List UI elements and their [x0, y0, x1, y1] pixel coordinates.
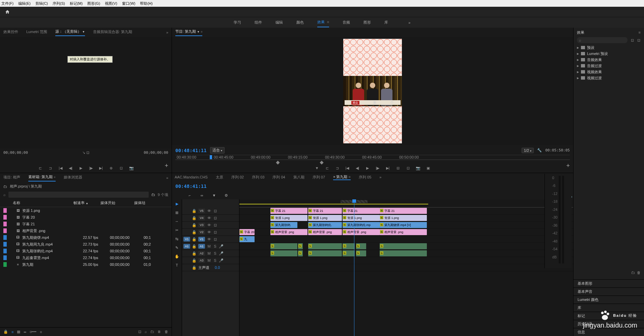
wrench-icon[interactable]: 🔧 [537, 148, 542, 152]
collapsed-panel[interactable]: 标记 [574, 312, 644, 320]
sync-lock-icon[interactable]: ⊡ [213, 209, 217, 213]
home-icon[interactable] [5, 9, 10, 14]
toggle-output-icon[interactable]: 👁 [207, 216, 211, 220]
compare-view-icon[interactable]: ▣ [426, 165, 431, 171]
add-marker-icon[interactable]: ▼ [314, 165, 320, 171]
timeline-clip[interactable] [380, 250, 427, 256]
fx-badge-icon[interactable]: ⊡ [637, 38, 640, 43]
marker-icon[interactable] [276, 161, 280, 164]
tab-project[interactable]: 项目: 相声 [3, 175, 20, 181]
sequence-tab[interactable]: 序列 04 [272, 175, 285, 180]
track-lane[interactable]: 字幕 21字幕 21字幕 21字幕 21 [239, 207, 573, 215]
tab-audio-clip-mixer[interactable]: 音频剪辑混合器: 第九期 [93, 29, 132, 36]
seq-tabs-more[interactable]: » [379, 175, 381, 179]
sync-lock-icon[interactable]: ⊡ [213, 216, 217, 220]
effects-folder[interactable]: ▶视频效果 [577, 69, 641, 75]
menu-view[interactable]: 视图(V) [105, 1, 117, 6]
sequence-tab[interactable]: × 第九期 ≡ [333, 174, 351, 180]
timeline-clip[interactable]: 资源 1.png [380, 215, 427, 221]
timeline-clip[interactable] [356, 243, 366, 249]
marker-icon[interactable]: ▼ [211, 192, 217, 198]
chevron-down-icon[interactable]: ▼ [82, 30, 85, 33]
ws-tab-effects[interactable]: 效果 ≡ [317, 18, 329, 27]
master-track-header[interactable]: 🔒主声道0.0 [182, 264, 239, 271]
track-select-tool-icon[interactable]: ⊞ [174, 209, 180, 216]
project-item[interactable]: 🎞 第九期周九良.mp4 22.73 fps 00;00;00;00 00;2 [0, 241, 172, 248]
sequence-tab[interactable]: 序列 07 [313, 175, 325, 180]
source-patch[interactable] [183, 216, 190, 220]
toggle-output-icon[interactable]: M [207, 251, 211, 255]
audio-meters[interactable]: 0-6-12-18-24-30-36-42-48-54dB [545, 174, 572, 268]
ripple-edit-tool-icon[interactable]: ↔ [174, 218, 180, 224]
ws-tab-graphics[interactable]: 图形 [363, 18, 371, 27]
filter-icon[interactable]: 🗀 [151, 193, 155, 197]
menu-sequence[interactable]: 序列(S) [53, 1, 65, 6]
effects-folder[interactable]: ▶音频过渡 [577, 63, 641, 69]
source-patch[interactable] [183, 251, 190, 256]
timeline-clip[interactable] [298, 250, 303, 256]
effects-tree[interactable]: ▶预设▶Lumetri 预设▶音频效果▶音频过渡▶视频效果▶视频过渡 [574, 45, 644, 81]
sync-lock-icon[interactable]: ⊡ [213, 230, 217, 234]
sequence-tab[interactable]: AAC.Mandarin.CHS [175, 175, 208, 179]
panel-menu-icon[interactable]: ≡ [639, 30, 641, 34]
toggle-output-icon[interactable]: 👁 [207, 237, 211, 241]
timeline-clip[interactable] [270, 250, 297, 256]
new-item-icon[interactable]: 🗎 [157, 330, 161, 334]
timeline-clip[interactable]: 第九期张鹤伦.mp [343, 222, 380, 228]
timeline-tc[interactable]: 00:48:41:11 [175, 184, 207, 189]
step-back-icon[interactable]: ◀| [68, 165, 74, 171]
go-to-in-icon[interactable]: |◀ [58, 165, 63, 171]
step-forward-icon[interactable]: |▶ [88, 165, 94, 171]
sequence-tab[interactable]: 太原 [216, 175, 223, 180]
track-target[interactable]: V2 [198, 230, 205, 234]
timeline-clip[interactable] [343, 250, 355, 256]
ws-tab-assembly[interactable]: 组件 [255, 18, 262, 27]
timeline-clip[interactable]: 字幕 20 [239, 229, 255, 235]
settings-icon[interactable]: ⚙ [223, 192, 229, 198]
tab-effect-controls[interactable]: 效果控件 [3, 29, 18, 36]
menu-marker[interactable]: 标记(M) [70, 1, 83, 6]
timeline-clip[interactable]: 字幕 21 [380, 208, 427, 214]
track-target[interactable]: A2 [198, 251, 205, 256]
track-lane[interactable]: 第九期张鹤第九期张鹤伦.第九期张鹤伦.mp第九期烧饼.mp4 [V] [239, 222, 573, 229]
chevron-down-icon[interactable]: ▼ [197, 30, 200, 33]
menu-window[interactable]: 窗口(W) [122, 1, 136, 6]
master-gain[interactable]: 0.0 [215, 265, 220, 270]
toggle-output-icon[interactable]: 👁 [207, 209, 211, 213]
mark-in-icon[interactable]: ⊏ [324, 165, 330, 171]
snap-icon[interactable]: ⌐ [187, 192, 193, 198]
source-patch[interactable] [183, 258, 190, 263]
menu-file[interactable]: 文件(F) [1, 1, 13, 6]
solo-icon[interactable]: S [213, 251, 217, 255]
project-item[interactable]: 🎞 第九期烧饼.mp4 22.57 fps 00;00;00;00 00;1 [0, 234, 172, 241]
audio-track-header[interactable]: 🔒 A3 M S🎤 [182, 257, 239, 264]
timeline-clip[interactable]: 资源 1.png [343, 215, 380, 221]
source-patch[interactable]: V1 [183, 237, 190, 242]
project-item-list[interactable]: 🖼 资源 1.png 🖼 字幕 20 🖼 字幕 21 🖼 相声背景 .png 🎞… [0, 207, 172, 327]
timeline-clip[interactable] [308, 250, 342, 256]
track-lane[interactable] [239, 250, 573, 257]
lock-icon[interactable]: 🔒 [192, 230, 196, 234]
panel-menu-more[interactable]: » [166, 176, 168, 180]
link-selection-icon[interactable]: ∞ [199, 192, 205, 198]
lock-icon[interactable]: 🔒 [3, 330, 8, 334]
solo-icon[interactable]: S [213, 244, 217, 248]
collapsed-panel[interactable]: 信息 [574, 328, 644, 336]
program-tab[interactable]: 节目: 第九期 ▼ ≡ [175, 29, 202, 36]
export-frame-icon[interactable]: 📷 [129, 165, 134, 171]
lock-icon[interactable]: 🔒 [192, 244, 196, 248]
timeline-clip[interactable]: 相声背景 .png [343, 229, 380, 235]
new-bin-icon[interactable]: 🗀 [631, 271, 635, 275]
sort-icon[interactable]: ≡ [40, 330, 42, 334]
source-settings-icon[interactable]: ↘ ⊡ [82, 150, 89, 155]
track-target[interactable]: V3 [198, 223, 205, 227]
lock-icon[interactable]: 🔒 [192, 216, 196, 220]
collapsed-panel[interactable]: 库 [574, 304, 644, 312]
timeline-tracks[interactable]: 字幕 21字幕 21字幕 21字幕 21资源 1.png资源 1.png资源 1… [239, 199, 573, 336]
export-frame-icon[interactable]: 📷 [415, 165, 421, 171]
hamburger-icon[interactable]: ≡ [348, 175, 351, 179]
voice-over-icon[interactable]: 🎤 [219, 258, 223, 262]
effects-search-input[interactable] [577, 37, 627, 43]
work-area-bar[interactable] [239, 204, 428, 204]
sync-lock-icon[interactable]: ⊡ [213, 237, 217, 241]
